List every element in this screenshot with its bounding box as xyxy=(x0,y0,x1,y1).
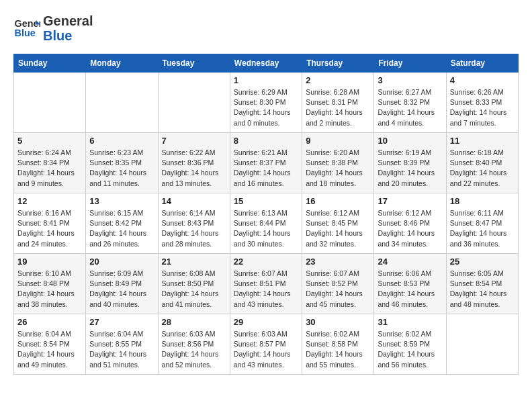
calendar-cell: 14Sunrise: 6:14 AMSunset: 8:43 PMDayligh… xyxy=(158,193,230,254)
calendar-cell: 25Sunrise: 6:05 AMSunset: 8:54 PMDayligh… xyxy=(446,254,518,314)
calendar-cell: 8Sunrise: 6:21 AMSunset: 8:37 PMDaylight… xyxy=(230,133,302,193)
day-number: 1 xyxy=(234,75,298,85)
day-number: 16 xyxy=(306,196,370,206)
calendar-cell: 30Sunrise: 6:02 AMSunset: 8:58 PMDayligh… xyxy=(302,314,374,375)
day-info: Sunrise: 6:12 AMSunset: 8:46 PMDaylight:… xyxy=(378,208,442,249)
calendar-cell: 9Sunrise: 6:20 AMSunset: 8:38 PMDaylight… xyxy=(302,133,374,193)
calendar-cell: 22Sunrise: 6:07 AMSunset: 8:51 PMDayligh… xyxy=(230,254,302,314)
calendar-cell: 24Sunrise: 6:06 AMSunset: 8:53 PMDayligh… xyxy=(374,254,446,314)
day-info: Sunrise: 6:11 AMSunset: 8:47 PMDaylight:… xyxy=(450,208,515,249)
day-number: 19 xyxy=(17,257,82,267)
day-info: Sunrise: 6:03 AMSunset: 8:56 PMDaylight:… xyxy=(162,329,226,370)
calendar-cell: 12Sunrise: 6:16 AMSunset: 8:41 PMDayligh… xyxy=(14,193,86,254)
day-info: Sunrise: 6:12 AMSunset: 8:45 PMDaylight:… xyxy=(306,208,370,249)
calendar-cell: 2Sunrise: 6:28 AMSunset: 8:31 PMDaylight… xyxy=(302,73,374,133)
day-info: Sunrise: 6:18 AMSunset: 8:40 PMDaylight:… xyxy=(450,148,515,189)
day-number: 12 xyxy=(17,196,82,206)
weekday-header-sunday: Sunday xyxy=(14,54,86,73)
day-number: 4 xyxy=(450,75,515,85)
day-number: 9 xyxy=(306,136,370,146)
day-info: Sunrise: 6:02 AMSunset: 8:59 PMDaylight:… xyxy=(378,329,442,370)
calendar-cell: 23Sunrise: 6:07 AMSunset: 8:52 PMDayligh… xyxy=(302,254,374,314)
weekday-header-tuesday: Tuesday xyxy=(158,54,230,73)
calendar-cell: 18Sunrise: 6:11 AMSunset: 8:47 PMDayligh… xyxy=(446,193,518,254)
day-number: 24 xyxy=(378,257,442,267)
day-info: Sunrise: 6:21 AMSunset: 8:37 PMDaylight:… xyxy=(234,148,298,189)
day-number: 11 xyxy=(450,136,515,146)
calendar-cell: 5Sunrise: 6:24 AMSunset: 8:34 PMDaylight… xyxy=(14,133,86,193)
day-number: 21 xyxy=(162,257,226,267)
day-info: Sunrise: 6:19 AMSunset: 8:39 PMDaylight:… xyxy=(378,148,442,189)
calendar-cell: 11Sunrise: 6:18 AMSunset: 8:40 PMDayligh… xyxy=(446,133,518,193)
day-number: 28 xyxy=(162,317,226,327)
logo: General Blue General Blue xyxy=(13,13,93,43)
day-info: Sunrise: 6:08 AMSunset: 8:50 PMDaylight:… xyxy=(162,269,226,310)
day-info: Sunrise: 6:13 AMSunset: 8:44 PMDaylight:… xyxy=(234,208,298,249)
day-info: Sunrise: 6:06 AMSunset: 8:53 PMDaylight:… xyxy=(378,269,442,310)
day-number: 29 xyxy=(234,317,298,327)
day-info: Sunrise: 6:04 AMSunset: 8:55 PMDaylight:… xyxy=(89,329,154,370)
day-info: Sunrise: 6:07 AMSunset: 8:51 PMDaylight:… xyxy=(234,269,298,310)
day-info: Sunrise: 6:29 AMSunset: 8:30 PMDaylight:… xyxy=(234,87,298,128)
weekday-header-monday: Monday xyxy=(86,54,158,73)
day-number: 10 xyxy=(378,136,442,146)
day-info: Sunrise: 6:22 AMSunset: 8:36 PMDaylight:… xyxy=(162,148,226,189)
day-info: Sunrise: 6:15 AMSunset: 8:42 PMDaylight:… xyxy=(89,208,154,249)
page-header: General Blue General Blue xyxy=(13,13,519,43)
calendar-cell: 31Sunrise: 6:02 AMSunset: 8:59 PMDayligh… xyxy=(374,314,446,375)
calendar-cell: 1Sunrise: 6:29 AMSunset: 8:30 PMDaylight… xyxy=(230,73,302,133)
calendar-cell: 4Sunrise: 6:26 AMSunset: 8:33 PMDaylight… xyxy=(446,73,518,133)
day-number: 25 xyxy=(450,257,515,267)
day-number: 8 xyxy=(234,136,298,146)
day-number: 5 xyxy=(17,136,82,146)
day-number: 13 xyxy=(89,196,154,206)
day-number: 26 xyxy=(17,317,82,327)
day-number: 2 xyxy=(306,75,370,85)
calendar-cell: 13Sunrise: 6:15 AMSunset: 8:42 PMDayligh… xyxy=(86,193,158,254)
calendar-cell xyxy=(86,73,158,133)
calendar-table: SundayMondayTuesdayWednesdayThursdayFrid… xyxy=(13,54,519,375)
day-number: 22 xyxy=(234,257,298,267)
day-info: Sunrise: 6:27 AMSunset: 8:32 PMDaylight:… xyxy=(378,87,442,128)
day-number: 27 xyxy=(89,317,154,327)
day-number: 18 xyxy=(450,196,515,206)
day-info: Sunrise: 6:14 AMSunset: 8:43 PMDaylight:… xyxy=(162,208,226,249)
day-info: Sunrise: 6:20 AMSunset: 8:38 PMDaylight:… xyxy=(306,148,370,189)
day-info: Sunrise: 6:09 AMSunset: 8:49 PMDaylight:… xyxy=(89,269,154,310)
day-number: 20 xyxy=(89,257,154,267)
day-info: Sunrise: 6:26 AMSunset: 8:33 PMDaylight:… xyxy=(450,87,515,128)
day-number: 31 xyxy=(378,317,442,327)
calendar-cell: 6Sunrise: 6:23 AMSunset: 8:35 PMDaylight… xyxy=(86,133,158,193)
calendar-cell xyxy=(158,73,230,133)
day-info: Sunrise: 6:03 AMSunset: 8:57 PMDaylight:… xyxy=(234,329,298,370)
calendar-cell: 21Sunrise: 6:08 AMSunset: 8:50 PMDayligh… xyxy=(158,254,230,314)
day-info: Sunrise: 6:05 AMSunset: 8:54 PMDaylight:… xyxy=(450,269,515,310)
calendar-cell: 10Sunrise: 6:19 AMSunset: 8:39 PMDayligh… xyxy=(374,133,446,193)
calendar-cell: 28Sunrise: 6:03 AMSunset: 8:56 PMDayligh… xyxy=(158,314,230,375)
day-number: 17 xyxy=(378,196,442,206)
calendar-cell: 17Sunrise: 6:12 AMSunset: 8:46 PMDayligh… xyxy=(374,193,446,254)
day-number: 14 xyxy=(162,196,226,206)
day-info: Sunrise: 6:07 AMSunset: 8:52 PMDaylight:… xyxy=(306,269,370,310)
svg-text:Blue: Blue xyxy=(15,28,36,38)
calendar-cell: 26Sunrise: 6:04 AMSunset: 8:54 PMDayligh… xyxy=(14,314,86,375)
day-number: 30 xyxy=(306,317,370,327)
day-info: Sunrise: 6:10 AMSunset: 8:48 PMDaylight:… xyxy=(17,269,82,310)
calendar-cell xyxy=(446,314,518,375)
weekday-header-thursday: Thursday xyxy=(302,54,374,73)
day-info: Sunrise: 6:28 AMSunset: 8:31 PMDaylight:… xyxy=(306,87,370,128)
day-info: Sunrise: 6:24 AMSunset: 8:34 PMDaylight:… xyxy=(17,148,82,189)
day-info: Sunrise: 6:23 AMSunset: 8:35 PMDaylight:… xyxy=(89,148,154,189)
calendar-cell: 3Sunrise: 6:27 AMSunset: 8:32 PMDaylight… xyxy=(374,73,446,133)
calendar-cell: 15Sunrise: 6:13 AMSunset: 8:44 PMDayligh… xyxy=(230,193,302,254)
day-number: 15 xyxy=(234,196,298,206)
calendar-cell: 16Sunrise: 6:12 AMSunset: 8:45 PMDayligh… xyxy=(302,193,374,254)
calendar-cell xyxy=(14,73,86,133)
calendar-cell: 27Sunrise: 6:04 AMSunset: 8:55 PMDayligh… xyxy=(86,314,158,375)
calendar-cell: 29Sunrise: 6:03 AMSunset: 8:57 PMDayligh… xyxy=(230,314,302,375)
calendar-cell: 19Sunrise: 6:10 AMSunset: 8:48 PMDayligh… xyxy=(14,254,86,314)
day-info: Sunrise: 6:04 AMSunset: 8:54 PMDaylight:… xyxy=(17,329,82,370)
day-info: Sunrise: 6:16 AMSunset: 8:41 PMDaylight:… xyxy=(17,208,82,249)
day-number: 3 xyxy=(378,75,442,85)
calendar-cell: 20Sunrise: 6:09 AMSunset: 8:49 PMDayligh… xyxy=(86,254,158,314)
